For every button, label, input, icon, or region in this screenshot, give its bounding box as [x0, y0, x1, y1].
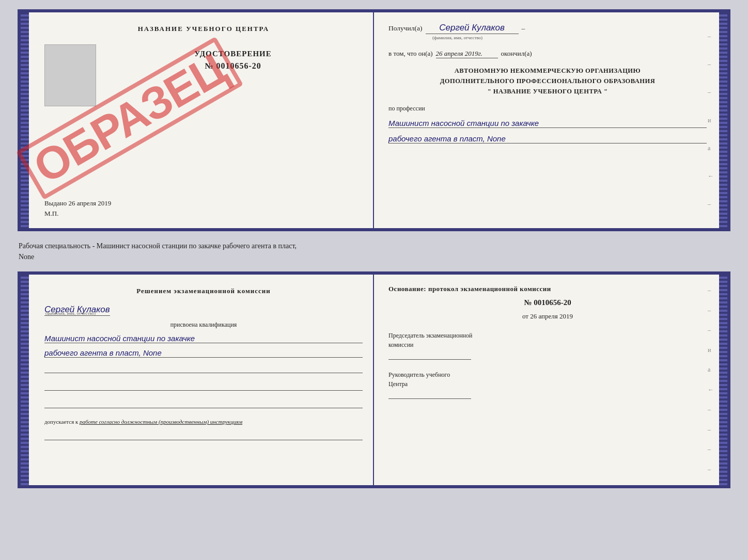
rukovoditel-line2: Центра — [388, 379, 707, 389]
recipient-name: Сергей Кулаков — [426, 23, 519, 34]
photo-box — [44, 44, 96, 106]
middle-text-line2: None — [19, 251, 729, 262]
org-line1: АВТОНОМНУЮ НЕКОММЕРЧЕСКУЮ ОРГАНИЗАЦИЮ — [388, 66, 707, 76]
mp-row: М.П. — [44, 210, 363, 220]
bottom-fio-hint: (фамилия, имя, отчество) — [44, 311, 363, 316]
right-dashes: – – – и а ← – — [708, 12, 714, 228]
resheniem-title: Решением экзаменационной комиссии — [44, 287, 363, 295]
ot-date: от 26 апреля 2019 — [388, 312, 707, 321]
vydano-label: Выдано — [44, 199, 67, 207]
org-line3: " НАЗВАНИЕ УЧЕБНОГО ЦЕНТРА " — [388, 86, 707, 97]
predsedatel-line1: Председатель экзаменационной — [388, 331, 707, 340]
top-right-panel: Получил(а) Сергей Кулаков – (фамилия, им… — [374, 12, 719, 228]
prisvoena: присвоена квалификация — [44, 321, 363, 329]
rukovoditel-line1: Руководитель учебного — [388, 370, 707, 379]
udost-number: № 0010656-20 — [205, 61, 261, 71]
dopuskaetsya-row: допускается к работе согласно должностны… — [44, 419, 363, 425]
rukovoditel-block: Руководитель учебного Центра — [388, 370, 707, 399]
blank-line1 — [44, 365, 363, 373]
org-block: АВТОНОМНУЮ НЕКОММЕРЧЕСКУЮ ОРГАНИЗАЦИЮ ДО… — [388, 66, 707, 97]
middle-text-block: Рабочая специальность - Машинист насосно… — [18, 238, 730, 264]
qual-line1: Машинист насосной станции по закачке — [44, 334, 363, 343]
profession-line1: Машинист насосной станции по закачке — [388, 119, 707, 128]
vtom-date: 26 апреля 2019г. — [436, 50, 498, 58]
ot-prefix: от — [522, 312, 528, 320]
top-document: НАЗВАНИЕ УЧЕБНОГО ЦЕНТРА УДОСТОВЕРЕНИЕ №… — [18, 9, 730, 231]
top-left-panel: НАЗВАНИЕ УЧЕБНОГО ЦЕНТРА УДОСТОВЕРЕНИЕ №… — [29, 12, 374, 228]
profession-line2: рабочего агента в пласт, None — [388, 134, 707, 143]
okonchil: окончил(а) — [501, 50, 532, 58]
ot-date-val: 26 апреля 2019 — [530, 312, 573, 320]
bottom-right-dashes: – – – и а ← – – – – — [708, 275, 714, 485]
fio-hint-top: (фамилия, имя, отчество) — [432, 35, 707, 40]
dopuskaetsya-label: допускается к — [44, 419, 78, 425]
blank-line2 — [44, 382, 363, 391]
osnovanie: Основание: протокол экзаменационной коми… — [388, 285, 707, 293]
top-left-title: НАЗВАНИЕ УЧЕБНОГО ЦЕНТРА — [44, 25, 363, 33]
blank-line4 — [44, 432, 363, 440]
predsedatel-line2: комиссии — [388, 340, 707, 349]
blank-line3 — [44, 400, 363, 408]
qual-line2: рабочего агента в пласт, None — [44, 348, 363, 358]
predsedatel-block: Председатель экзаменационной комиссии — [388, 331, 707, 360]
org-line2: ДОПОЛНИТЕЛЬНОГО ПРОФЕССИОНАЛЬНОГО ОБРАЗО… — [388, 76, 707, 86]
vydano-row: Выдано 26 апреля 2019 — [44, 195, 363, 210]
vtom-row: в том, что он(а) 26 апреля 2019г. окончи… — [388, 50, 707, 58]
protocol-number: № 0010656-20 — [388, 298, 707, 307]
poluchil-dash: – — [522, 24, 525, 33]
vydano-date: 26 апреля 2019 — [69, 199, 112, 207]
bottom-document: Решением экзаменационной комиссии Сергей… — [18, 271, 730, 488]
predsedatel-sig-line — [388, 351, 471, 360]
po-professii: по профессии — [388, 105, 707, 113]
dopuskaetsya-val: работе согласно должностным (производств… — [80, 419, 242, 425]
rukovoditel-sig-line — [388, 391, 471, 399]
middle-text-line1: Рабочая специальность - Машинист насосно… — [19, 241, 729, 251]
udost-title: УДОСТОВЕРЕНИЕ — [194, 50, 272, 58]
bottom-left-panel: Решением экзаменационной комиссии Сергей… — [29, 275, 374, 485]
poluchil-row: Получил(а) Сергей Кулаков – — [388, 23, 707, 34]
udost-block: УДОСТОВЕРЕНИЕ № 0010656-20 — [103, 39, 363, 71]
poluchil-prefix: Получил(а) — [388, 24, 423, 33]
vtom-prefix: в том, что он(а) — [388, 50, 433, 58]
bottom-right-panel: Основание: протокол экзаменационной коми… — [374, 275, 719, 485]
